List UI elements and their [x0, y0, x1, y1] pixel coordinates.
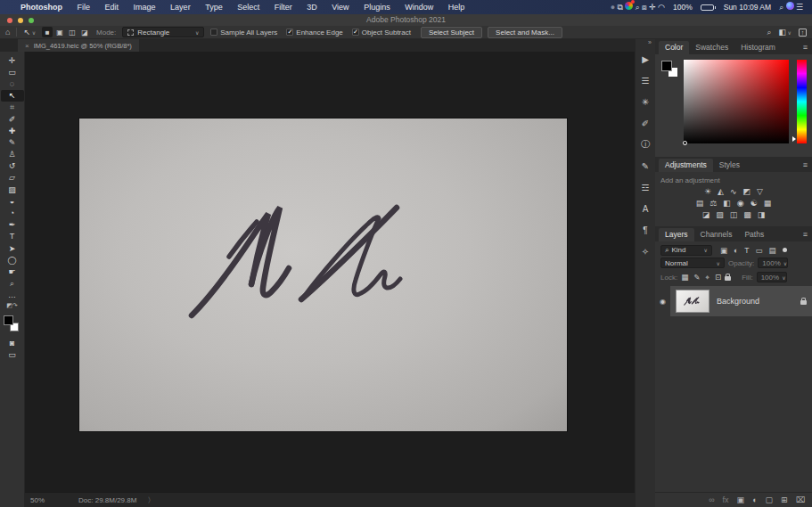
brushes-panel-icon[interactable]: ✐	[636, 112, 656, 134]
document-size-readout[interactable]: Doc: 29.8M/29.8M	[78, 496, 136, 504]
enhance-edge-checkbox[interactable]: Enhance Edge	[286, 29, 343, 37]
gradient-map-icon[interactable]: ▩	[743, 210, 751, 220]
color-lookup-icon[interactable]: ▦	[764, 199, 772, 209]
tab-color[interactable]: Color	[659, 41, 689, 54]
hue-slider-marker[interactable]	[792, 136, 796, 142]
brush-tool[interactable]: ✎	[1, 136, 24, 148]
foreground-color-swatch[interactable]	[4, 315, 13, 325]
screen-mirroring-icon[interactable]: ⧈	[642, 3, 647, 12]
menu-item[interactable]: 3D	[300, 3, 324, 12]
clone-stamp-tool[interactable]: ♙	[1, 149, 24, 160]
type-tool[interactable]: T	[1, 231, 24, 242]
panel-menu-icon[interactable]: ≡	[803, 160, 808, 169]
link-layers-icon[interactable]: ∞	[709, 495, 714, 504]
blur-tool[interactable]: ◒	[1, 195, 24, 207]
document-tab[interactable]: × IMG_4619.heic @ 50% (RGB/8*)	[18, 39, 139, 52]
paragraph-panel-icon[interactable]: ¶	[636, 219, 656, 241]
battery-icon[interactable]	[701, 4, 716, 11]
mode-dropdown[interactable]: Rectangle ∨	[122, 27, 204, 37]
dodge-tool[interactable]: ◔	[1, 207, 24, 218]
add-selection-button[interactable]: ▣	[54, 27, 65, 37]
tab-histogram[interactable]: Histogram	[734, 41, 782, 54]
delete-layer-icon[interactable]: ⌧	[796, 495, 805, 504]
tab-paths[interactable]: Paths	[738, 228, 770, 241]
tab-adjustments[interactable]: Adjustments	[659, 159, 713, 172]
panel-menu-icon[interactable]: ≡	[803, 230, 808, 239]
checkbox-box[interactable]	[352, 29, 359, 36]
curves-icon[interactable]: ∿	[730, 187, 737, 197]
panel-menu-icon[interactable]: ≡	[803, 43, 808, 52]
opacity-dropdown[interactable]: 100%∨	[758, 258, 788, 268]
tab-layers[interactable]: Layers	[659, 228, 694, 241]
history-brush-tool[interactable]: ↺	[1, 160, 24, 172]
document-image[interactable]	[79, 119, 567, 431]
move-tool[interactable]: ✛	[1, 54, 24, 66]
close-tab-icon[interactable]: ×	[25, 42, 29, 50]
lock-transparent-icon[interactable]: ▦	[681, 273, 688, 282]
lock-pixels-icon[interactable]: ✎	[693, 273, 700, 282]
menu-item[interactable]: Type	[199, 3, 229, 12]
hand-tool[interactable]: ☛	[1, 266, 24, 277]
fill-dropdown[interactable]: 100%∨	[757, 272, 787, 282]
layer-visibility-icon[interactable]: ◉	[655, 298, 670, 306]
levels-icon[interactable]: ◭	[718, 187, 724, 197]
layer-effects-icon[interactable]: fx	[723, 495, 729, 504]
workspace-switcher-icon[interactable]: ◧ ∨	[778, 28, 791, 37]
character-panel-icon[interactable]: A	[636, 198, 656, 219]
properties-panel-icon[interactable]: ☰	[636, 70, 656, 91]
tab-swatches[interactable]: Swatches	[689, 41, 734, 54]
filter-shape-layers-icon[interactable]: ▭	[755, 246, 762, 255]
sample-all-layers-checkbox[interactable]: Sample All Layers	[210, 29, 277, 37]
shape-tool[interactable]: ◯	[1, 254, 24, 266]
active-tool-icon[interactable]: ↖ ∨	[23, 28, 36, 37]
photo-filter-icon[interactable]: ◉	[737, 199, 744, 209]
channel-mixer-icon[interactable]: ☯	[750, 199, 758, 209]
marquee-tool[interactable]: ▭	[1, 66, 24, 78]
wifi-icon[interactable]: ◠	[658, 3, 665, 12]
edit-toolbar-button[interactable]: …	[1, 290, 24, 301]
picker-fg-bg-swatches[interactable]	[661, 61, 681, 80]
select-and-mask-button[interactable]: Select and Mask...	[488, 27, 562, 38]
menu-item[interactable]: Window	[398, 3, 439, 12]
select-subject-button[interactable]: Select Subject	[421, 27, 482, 38]
zoom-tool[interactable]: ⌕	[1, 278, 24, 290]
object-subtract-checkbox[interactable]: Object Subtract	[352, 29, 411, 37]
tool-presets-panel-icon[interactable]: ☲	[636, 176, 656, 198]
canvas-pasteboard[interactable]	[25, 52, 635, 492]
posterize-icon[interactable]: ▨	[716, 210, 724, 220]
menu-item[interactable]: Help	[442, 3, 472, 12]
eraser-tool[interactable]: ▱	[1, 172, 24, 184]
filter-toggle-icon[interactable]	[783, 248, 787, 252]
subtract-selection-button[interactable]: ◫	[67, 27, 78, 37]
black-white-icon[interactable]: ◧	[723, 199, 731, 209]
filter-type-layers-icon[interactable]: T	[744, 246, 749, 255]
actions-panel-icon[interactable]: ▶	[636, 48, 656, 70]
layer-filter-dropdown[interactable]: ⌕ Kind ∨	[660, 245, 712, 256]
object-selection-tool[interactable]: ↖	[1, 90, 24, 102]
pen-tool[interactable]: ✒	[1, 219, 24, 231]
status-chevron-icon[interactable]: 〉	[147, 495, 154, 505]
menu-item[interactable]: Edit	[99, 3, 126, 12]
filter-smart-objects-icon[interactable]: ▤	[768, 246, 775, 255]
layer-row[interactable]: ◉ Background	[655, 286, 812, 316]
color-field-marker[interactable]	[683, 141, 687, 145]
eyedropper-tool[interactable]: ✐	[1, 113, 24, 125]
quick-mask-button[interactable]: ◙	[1, 337, 24, 348]
color-balance-icon[interactable]: ⚖	[709, 199, 717, 209]
menu-item[interactable]: Select	[231, 3, 266, 12]
siri-icon[interactable]	[786, 2, 794, 10]
spotlight-icon[interactable]: ⌕	[779, 3, 783, 12]
saturation-brightness-field[interactable]	[684, 60, 789, 143]
tab-styles[interactable]: Styles	[713, 159, 746, 172]
new-adjustment-layer-icon[interactable]: ◐	[752, 495, 757, 504]
menu-item[interactable]: Plugins	[357, 3, 397, 12]
hidden-app-icon[interactable]: ●	[611, 3, 615, 12]
hue-slider[interactable]	[797, 60, 807, 143]
vibrance-icon[interactable]: ▽	[757, 187, 763, 197]
new-layer-icon[interactable]: ⊞	[781, 495, 788, 504]
default-colors-icon[interactable]: ◩↷	[1, 301, 24, 310]
brush-settings-panel-icon[interactable]: ✳	[636, 91, 656, 112]
search-icon[interactable]: ⌕	[767, 28, 771, 37]
layer-thumbnail[interactable]	[676, 290, 709, 313]
filter-adjustment-layers-icon[interactable]: ◐	[734, 246, 738, 255]
